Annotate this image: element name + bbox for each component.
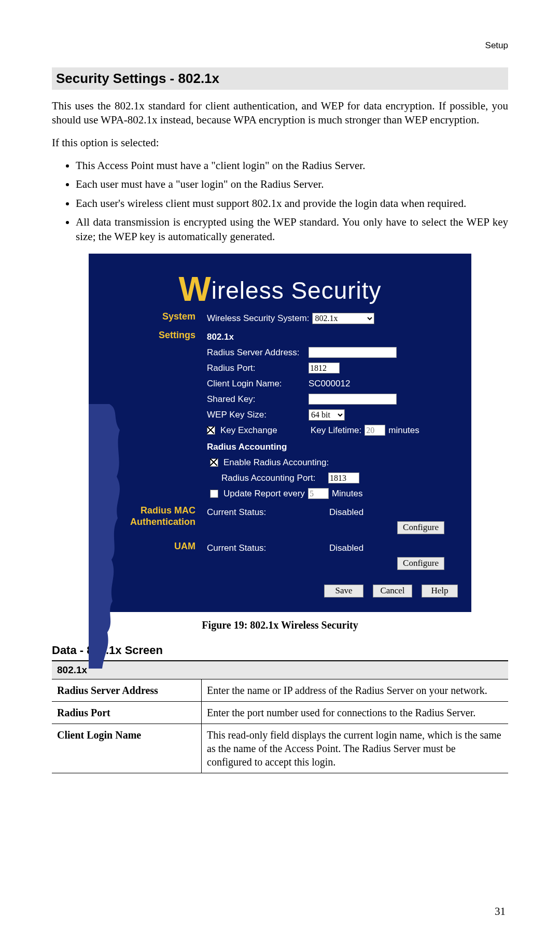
side-label-radius-mac: Radius MAC Authentication — [93, 502, 202, 534]
side-label-radius-mac-l1: Radius MAC — [93, 505, 195, 517]
help-button[interactable]: Help — [422, 585, 458, 597]
key-exchange-label: Key Exchange — [220, 423, 307, 438]
radius-accounting-port-label: Radius Accounting Port: — [221, 470, 325, 486]
security-system-select[interactable]: 802.1x — [312, 313, 374, 324]
table-row: Radius Port Enter the port number used f… — [52, 701, 508, 724]
table-cell-label: Radius Server Address — [52, 679, 202, 701]
wep-key-size-select[interactable]: 64 bit — [309, 409, 345, 421]
bullet-item: Each user's wireless client must support… — [76, 196, 508, 211]
side-label-radius-mac-l2: Authentication — [93, 516, 195, 528]
radius-mac-status-value: Disabled — [329, 505, 363, 520]
shared-key-input[interactable] — [309, 394, 397, 405]
data-table-header: 802.1x — [52, 661, 508, 679]
wep-key-size-label: WEP Key Size: — [207, 407, 305, 423]
page-number: 31 — [495, 905, 506, 918]
data-table: 802.1x Radius Server Address Enter the n… — [52, 660, 508, 773]
wireless-security-panel: Wireless Security System Wireless Securi… — [89, 254, 471, 612]
side-label-uam: UAM — [93, 534, 202, 570]
radius-mac-configure-button[interactable]: Configure — [397, 521, 444, 534]
table-cell-desc: Enter the name or IP address of the Radi… — [202, 679, 509, 701]
side-label-settings: Settings — [93, 326, 202, 502]
panel-title: Wireless Security — [89, 254, 471, 311]
bullet-item: All data transmission is encrypted using… — [76, 215, 508, 244]
radius-server-address-label: Radius Server Address: — [207, 345, 305, 360]
bullet-item: This Access Point must have a "client lo… — [76, 158, 508, 173]
radius-port-input[interactable] — [309, 363, 340, 373]
uam-status-value: Disabled — [329, 540, 363, 556]
update-report-checkbox[interactable] — [210, 490, 218, 498]
radius-server-address-input[interactable] — [309, 347, 397, 358]
update-report-units: Minutes — [332, 486, 363, 502]
section-title: Security Settings - 802.1x — [52, 67, 508, 90]
panel-title-rest: ireless Security — [212, 277, 382, 304]
save-button[interactable]: Save — [324, 585, 363, 597]
radius-port-label: Radius Port: — [207, 360, 305, 376]
table-cell-label: Client Login Name — [52, 724, 202, 773]
intro-paragraph: This uses the 802.1x standard for client… — [52, 99, 508, 128]
uam-status-label: Current Status: — [207, 540, 326, 556]
table-cell-desc: This read-only field displays the curren… — [202, 724, 509, 773]
bullet-item: Each user must have a "user login" on th… — [76, 177, 508, 191]
if-selected-line: If this option is selected: — [52, 136, 508, 150]
radius-mac-status-label: Current Status: — [207, 505, 326, 520]
update-report-label: Update Report every — [223, 486, 305, 502]
table-row: Radius Server Address Enter the name or … — [52, 679, 508, 701]
radius-accounting-port-input[interactable] — [328, 473, 359, 483]
table-row: Client Login Name This read-only field d… — [52, 724, 508, 773]
uam-configure-button[interactable]: Configure — [397, 557, 444, 570]
key-lifetime-input[interactable] — [365, 425, 385, 436]
security-system-label: Wireless Security System: — [207, 311, 309, 326]
table-cell-desc: Enter the port number used for connectio… — [202, 701, 509, 724]
enable-radius-accounting-checkbox[interactable] — [210, 458, 218, 467]
settings-heading: 802.1x — [207, 329, 234, 345]
client-login-name-label: Client Login Name: — [207, 376, 305, 392]
enable-radius-accounting-label: Enable Radius Accounting: — [223, 455, 329, 470]
key-lifetime-label: Key Lifetime: — [311, 423, 361, 438]
key-lifetime-units: minutes — [388, 423, 419, 438]
key-exchange-checkbox[interactable] — [207, 426, 215, 435]
data-screen-heading: Data - 802.1x Screen — [52, 644, 508, 657]
shared-key-label: Shared Key: — [207, 392, 305, 407]
cancel-button[interactable]: Cancel — [373, 585, 412, 597]
client-login-name-value: SC000012 — [309, 376, 350, 392]
setup-breadcrumb: Setup — [485, 40, 508, 51]
figure-caption: Figure 19: 802.1x Wireless Security — [52, 619, 508, 631]
radius-accounting-heading: Radius Accounting — [207, 439, 287, 455]
side-label-system: System — [93, 311, 202, 326]
bullet-list: This Access Point must have a "client lo… — [52, 158, 508, 244]
panel-title-w: W — [178, 270, 211, 308]
update-report-input[interactable] — [308, 488, 329, 499]
table-cell-label: Radius Port — [52, 701, 202, 724]
